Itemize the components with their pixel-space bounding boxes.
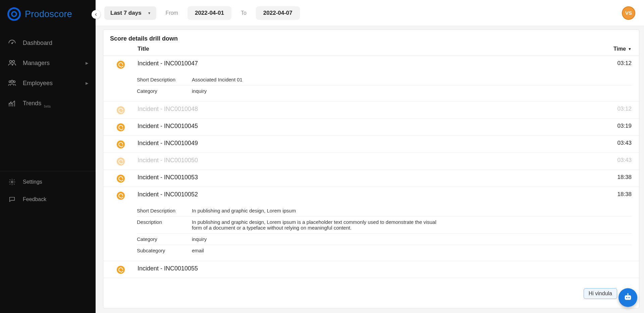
content-area: Score details drill down Title Time ▼ In…: [96, 26, 644, 313]
detail-row: Short DescriptionIn publishing and graph…: [137, 205, 632, 216]
main: Last 7 days ▾ From 2022-04-01 To 2022-04…: [96, 0, 644, 313]
sidebar-collapse-button[interactable]: [92, 10, 100, 19]
sidebar-item-label: Employees: [23, 80, 53, 87]
incident-icon: [117, 175, 125, 183]
incident-row[interactable]: Incident - INC0010055: [103, 261, 639, 278]
detail-label: Description: [137, 219, 184, 231]
employees-icon: [7, 78, 17, 88]
sidebar-item-settings[interactable]: Settings: [0, 173, 96, 191]
dashboard-icon: [7, 38, 17, 48]
incident-title: Incident - INC0010055: [135, 265, 609, 272]
svg-point-3: [9, 81, 11, 82]
svg-point-10: [627, 293, 628, 294]
incident-time: 03:19: [613, 123, 632, 129]
table-header: Title Time ▼: [103, 46, 639, 56]
incident-title: Incident - INC0010049: [135, 140, 609, 147]
detail-label: Subcategory: [137, 248, 184, 253]
detail-label: Category: [137, 236, 184, 242]
managers-icon: [7, 58, 17, 68]
brand[interactable]: Prodoscore: [0, 0, 96, 31]
incident-time: 03:43: [613, 157, 632, 164]
detail-value: email: [192, 248, 447, 253]
detail-label: Category: [137, 88, 184, 94]
sidebar-item-label: Managers: [23, 60, 50, 67]
sidebar-item-label: Feedback: [23, 196, 46, 202]
to-date-input[interactable]: 2022-04-07: [256, 6, 300, 20]
svg-point-9: [628, 297, 630, 298]
sidebar-item-dashboard[interactable]: Dashboard: [0, 33, 96, 53]
detail-value: inquiry: [192, 236, 447, 242]
detail-row: Subcategoryemail: [137, 245, 632, 256]
detail-value: In publishing and graphic design, Lorem …: [192, 208, 447, 213]
sort-caret-icon: ▼: [628, 47, 632, 51]
detail-label: Short Description: [137, 208, 184, 213]
date-range-dropdown[interactable]: Last 7 days ▾: [104, 6, 156, 20]
sidebar-nav: Dashboard Managers ▶ Employees ▶: [0, 31, 96, 171]
topbar: Last 7 days ▾ From 2022-04-01 To 2022-04…: [96, 0, 644, 26]
incident-icon: [117, 140, 125, 148]
incident-title: Incident - INC0010052: [135, 191, 609, 198]
trends-icon: [7, 99, 17, 108]
svg-point-4: [11, 80, 13, 82]
incident-row[interactable]: Incident - INC001004903:43: [103, 136, 639, 152]
chat-greeting[interactable]: Hi vindula: [584, 288, 617, 299]
svg-point-6: [11, 181, 13, 183]
incident-icon: [117, 106, 125, 114]
chevron-right-icon: ▶: [86, 81, 88, 85]
incident-row[interactable]: Incident - INC001005003:43: [103, 153, 639, 170]
column-title: Title: [135, 46, 609, 52]
score-details-card: Score details drill down Title Time ▼ In…: [103, 29, 639, 308]
incident-time: 18:38: [613, 174, 632, 181]
incident-title: Incident - INC0010048: [135, 106, 609, 113]
from-date-input[interactable]: 2022-04-01: [187, 6, 231, 20]
incident-icon: [117, 158, 125, 166]
column-time-label: Time: [613, 46, 626, 52]
detail-row: Categoryinquiry: [137, 85, 632, 97]
detail-value: Associated Incident 01: [192, 77, 447, 82]
table-row: Incident - INC001004803:12: [103, 102, 639, 119]
incident-time: 03:12: [613, 60, 632, 67]
incident-title: Incident - INC0010053: [135, 174, 609, 181]
table-row: Incident - INC001004903:43: [103, 136, 639, 153]
incident-icon: [117, 61, 125, 69]
svg-point-8: [626, 297, 628, 298]
sidebar-item-employees[interactable]: Employees ▶: [0, 73, 96, 93]
detail-row: Short DescriptionAssociated Incident 01: [137, 74, 632, 85]
svg-point-5: [13, 81, 15, 82]
sidebar-item-feedback[interactable]: Feedback: [0, 191, 96, 208]
sidebar-item-managers[interactable]: Managers ▶: [0, 53, 96, 73]
svg-point-0: [12, 43, 13, 44]
incident-row[interactable]: Incident - INC001004803:12: [103, 102, 639, 118]
incident-row[interactable]: Incident - INC001005218:38: [103, 187, 639, 204]
svg-point-2: [12, 60, 15, 63]
incident-row[interactable]: Incident - INC001004503:19: [103, 119, 639, 135]
svg-point-1: [9, 60, 12, 63]
detail-value: In publishing and graphic design, Lorem …: [192, 219, 447, 231]
user-avatar[interactable]: VS: [622, 6, 635, 20]
table-row: Incident - INC001005218:38Short Descript…: [103, 187, 639, 261]
incident-time: 18:38: [613, 191, 632, 198]
incident-details: Short DescriptionIn publishing and graph…: [103, 204, 639, 261]
incident-row[interactable]: Incident - INC001005318:38: [103, 170, 639, 187]
beta-badge: beta: [44, 105, 50, 108]
table-row: Incident - INC0010055: [103, 261, 639, 278]
incident-icon: [117, 266, 125, 274]
incident-row[interactable]: Incident - INC001004703:12: [103, 56, 639, 73]
table-row: Incident - INC001004503:19: [103, 119, 639, 136]
incident-title: Incident - INC0010045: [135, 123, 609, 130]
incident-icon: [117, 192, 125, 200]
brand-logo-icon: [7, 7, 21, 21]
sidebar-bottom-nav: Settings Feedback: [0, 171, 96, 313]
sidebar-item-label: Trends: [23, 100, 41, 107]
feedback-icon: [7, 195, 17, 204]
date-range-label: Last 7 days: [110, 10, 142, 16]
chat-launcher[interactable]: [619, 288, 637, 307]
gear-icon: [7, 177, 17, 187]
brand-name: Prodoscore: [25, 9, 72, 19]
table-row: Incident - INC001004703:12Short Descript…: [103, 56, 639, 102]
sidebar-item-trends[interactable]: Trends beta: [0, 93, 96, 114]
detail-label: Short Description: [137, 77, 184, 82]
chat-bot-icon: [623, 292, 633, 303]
chevron-down-icon: ▾: [148, 11, 150, 15]
column-time-sort[interactable]: Time ▼: [613, 46, 632, 52]
